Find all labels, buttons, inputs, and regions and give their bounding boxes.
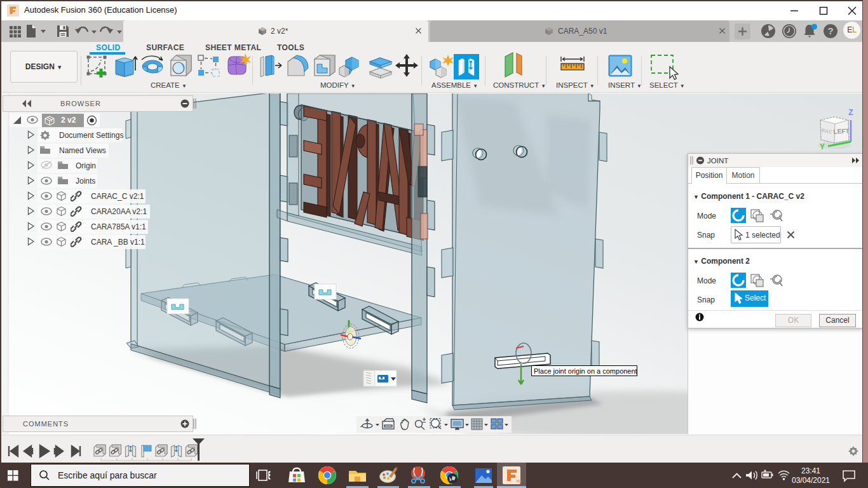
svg-text:LEFT: LEFT [833, 127, 850, 135]
svg-text:Y: Y [820, 142, 825, 151]
svg-text:?: ? [827, 25, 833, 36]
svg-text:JOINT: JOINT [707, 157, 728, 165]
svg-text:23:41: 23:41 [801, 466, 820, 475]
svg-text:03/04/2021: 03/04/2021 [792, 476, 830, 485]
svg-text:Place joint origin on a compon: Place joint origin on a component [534, 367, 637, 375]
svg-text:COMMENTS: COMMENTS [23, 420, 69, 428]
svg-text:360: 360 [516, 479, 522, 483]
svg-text:Z: Z [848, 108, 853, 117]
